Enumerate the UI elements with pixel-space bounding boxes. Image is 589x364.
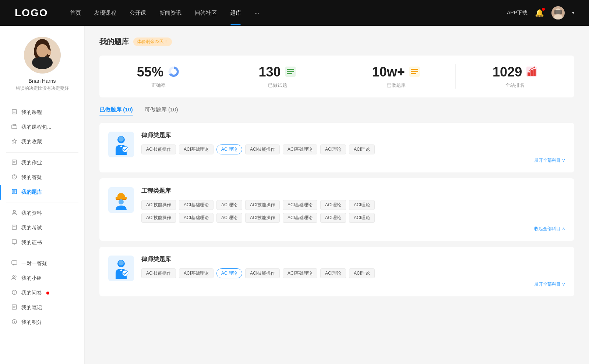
stat-done-top: 130 <box>259 64 296 80</box>
sidebar-label-group: 我的小组 <box>21 275 42 282</box>
tag-1-5[interactable]: ACI理论 <box>320 144 346 154</box>
tag-1-2[interactable]: ACI理论 <box>216 144 242 154</box>
svg-point-27 <box>13 210 15 213</box>
tag-2-12[interactable]: ACI理论 <box>320 213 346 223</box>
points-icon: ★ <box>11 319 18 326</box>
qbank-title-1: 律师类题库 <box>141 132 565 139</box>
tag-3-0[interactable]: ACI技能操作 <box>141 268 176 278</box>
stat-done-value: 130 <box>259 64 281 80</box>
nav-more[interactable]: ··· <box>254 10 259 17</box>
sidebar-label-exam: 我的考试 <box>21 225 42 231</box>
tag-2-7[interactable]: ACI技能操作 <box>141 213 176 223</box>
tag-3-4[interactable]: ACI基础理论 <box>283 268 317 278</box>
course-icon <box>11 109 18 116</box>
tag-2-6[interactable]: ACI理论 <box>349 200 375 210</box>
nav-home[interactable]: 首页 <box>70 10 81 17</box>
tag-1-3[interactable]: ACI技能操作 <box>245 144 280 154</box>
sidebar-item-points[interactable]: ★ 我的积分 <box>0 315 84 330</box>
sidebar-item-my-qa[interactable]: ? 我的答疑 <box>0 170 84 185</box>
svg-point-58 <box>119 136 124 142</box>
nav-qa[interactable]: 问答社区 <box>195 10 217 17</box>
sidebar-label-profile: 我的资料 <box>21 210 42 217</box>
sidebar-item-notes[interactable]: 我的笔记 <box>0 300 84 315</box>
tag-1-0[interactable]: ACI技能操作 <box>141 144 176 154</box>
tag-2-11[interactable]: ACI基础理论 <box>283 213 317 223</box>
stat-ranking-label: 全站排名 <box>505 82 525 89</box>
tag-2-5[interactable]: ACI理论 <box>320 200 346 210</box>
sidebar-item-favorites[interactable]: 我的收藏 <box>0 135 84 149</box>
svg-point-34 <box>15 276 16 277</box>
svg-text:?: ? <box>13 175 15 179</box>
sidebar-item-certificate[interactable]: 我的证书 <box>0 235 84 250</box>
sidebar-item-one-on-one[interactable]: 一对一答疑 <box>0 256 84 271</box>
tag-3-5[interactable]: ACI理论 <box>320 268 346 278</box>
notification-dot <box>542 8 545 11</box>
qbank-title-2: 工程类题库 <box>141 187 565 195</box>
tag-1-4[interactable]: ACI基础理论 <box>283 144 317 154</box>
expand-link-3[interactable]: 展开全部科目 ∨ <box>141 281 565 288</box>
notification-bell[interactable]: 🔔 <box>535 8 544 17</box>
user-avatar[interactable] <box>551 6 565 19</box>
tag-3-1[interactable]: ACI基础理论 <box>179 268 214 278</box>
nav-news[interactable]: 新闻资讯 <box>159 10 181 17</box>
qbank-card-engineer: 工程类题库 ACI技能操作 ACI基础理论 ACI理论 ACI技能操作 ACI基… <box>99 178 574 241</box>
tag-2-10[interactable]: ACI技能操作 <box>245 213 280 223</box>
tab-done-banks[interactable]: 已做题库 (10) <box>99 106 133 115</box>
tag-2-4[interactable]: ACI基础理论 <box>283 200 317 210</box>
sidebar-divider-1 <box>6 102 78 102</box>
svg-rect-12 <box>12 110 17 114</box>
sidebar-motto: 错误的决定比没有决定要好 <box>16 85 69 92</box>
course-pack-icon <box>11 124 18 131</box>
tag-2-1[interactable]: ACI基础理论 <box>179 200 214 210</box>
pie-chart-icon <box>167 65 180 79</box>
tag-1-1[interactable]: ACI基础理论 <box>179 144 214 154</box>
tag-2-3[interactable]: ACI技能操作 <box>245 200 280 210</box>
nav-discover[interactable]: 发现课程 <box>94 10 116 17</box>
tab-available-banks[interactable]: 可做题库 (10) <box>145 106 178 115</box>
tag-3-2[interactable]: ACI理论 <box>216 268 242 278</box>
svg-rect-49 <box>411 69 418 70</box>
exam-icon <box>11 224 18 232</box>
stat-done-questions: 130 已做试题 <box>218 64 337 89</box>
questions-dot <box>46 292 49 295</box>
nav-open-course[interactable]: 公开课 <box>130 10 146 17</box>
tag-3-3[interactable]: ACI技能操作 <box>245 268 280 278</box>
sidebar-item-course-pack[interactable]: 我的课程包... <box>0 120 84 135</box>
certificate-icon <box>11 239 18 246</box>
sidebar-item-profile[interactable]: 我的资料 <box>0 206 84 221</box>
svg-marker-17 <box>12 139 17 143</box>
svg-point-10 <box>36 44 48 57</box>
expand-link-1[interactable]: 展开全部科目 ∨ <box>141 157 565 164</box>
tag-2-13[interactable]: ACI理论 <box>349 213 375 223</box>
tag-1-6[interactable]: ACI理论 <box>349 144 375 154</box>
sidebar-item-homework[interactable]: 我的作业 <box>0 156 84 170</box>
qa-icon: ? <box>11 174 18 181</box>
tag-3-6[interactable]: ACI理论 <box>349 268 375 278</box>
svg-point-60 <box>122 146 128 152</box>
sidebar-item-question-bank[interactable]: 我的题库 <box>0 185 84 200</box>
collapse-link-2[interactable]: 收起全部科目 ∧ <box>141 226 565 232</box>
nav-question-bank[interactable]: 题库 <box>230 10 241 17</box>
svg-rect-54 <box>530 70 533 76</box>
sidebar: Brian Harris 错误的决定比没有决定要好 我的课程 我的课程包... … <box>0 26 85 364</box>
stat-banks-top: 10w+ <box>372 64 420 80</box>
nav-links: 首页 发现课程 公开课 新闻资讯 问答社区 题库 ··· <box>70 10 507 17</box>
sidebar-item-my-course[interactable]: 我的课程 <box>0 105 84 120</box>
tag-2-8[interactable]: ACI基础理论 <box>179 213 214 223</box>
tag-2-9[interactable]: ACI理论 <box>216 213 242 223</box>
user-menu-chevron[interactable]: ▾ <box>572 10 574 15</box>
qbank-icon-lawyer-2 <box>108 256 134 281</box>
qbank-tags-2-row2: ACI技能操作 ACI基础理论 ACI理论 ACI技能操作 ACI基础理论 AC… <box>141 213 565 223</box>
svg-rect-3 <box>554 10 562 14</box>
qbank-content-2: 工程类题库 ACI技能操作 ACI基础理论 ACI理论 ACI技能操作 ACI基… <box>141 187 565 232</box>
sidebar-divider-2 <box>6 152 78 153</box>
qbank-header-2: 工程类题库 ACI技能操作 ACI基础理论 ACI理论 ACI技能操作 ACI基… <box>108 187 565 232</box>
sidebar-item-my-questions[interactable]: ? 我的问答 <box>0 286 84 300</box>
sidebar-item-group[interactable]: 我的小组 <box>0 271 84 286</box>
tag-2-0[interactable]: ACI技能操作 <box>141 200 176 210</box>
stat-accuracy: 55% 正确率 <box>99 64 218 89</box>
tag-2-2[interactable]: ACI理论 <box>216 200 242 210</box>
svg-rect-28 <box>12 225 17 229</box>
app-download[interactable]: APP下载 <box>507 10 528 16</box>
sidebar-item-exam[interactable]: 我的考试 <box>0 221 84 235</box>
